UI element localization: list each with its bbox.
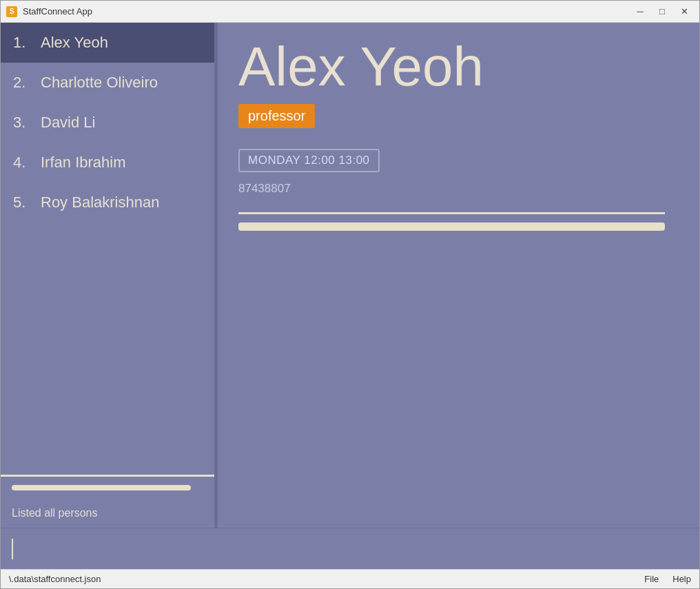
app-window: S StaffConnect App ─ □ ✕ 1. Alex Yeoh	[0, 0, 700, 589]
role-badge: professor	[238, 104, 315, 128]
status-filepath: \.data\staffconnect.json	[9, 574, 101, 584]
command-input-wrapper	[12, 539, 688, 559]
phone-text: 87438807	[238, 182, 679, 196]
list-panel: 1. Alex Yeoh 2. Charlotte Oliveiro 3. Da…	[1, 23, 218, 528]
close-button[interactable]: ✕	[675, 4, 694, 19]
maximize-button[interactable]: □	[652, 4, 672, 19]
person-list: 1. Alex Yeoh 2. Charlotte Oliveiro 3. Da…	[1, 23, 214, 475]
detail-panel: Alex Yeoh professor MONDAY 12:00 13:00 8…	[218, 23, 699, 528]
person-name-4: Irfan Ibrahim	[41, 154, 126, 172]
person-number-3: 3.	[13, 114, 32, 132]
menu-file[interactable]: File	[644, 574, 659, 584]
list-status: Listed all persons	[12, 502, 203, 519]
command-area	[1, 528, 699, 569]
person-item-1[interactable]: 1. Alex Yeoh	[1, 23, 214, 63]
detail-person-name: Alex Yeoh	[238, 37, 679, 97]
person-name-3: David Li	[41, 114, 95, 132]
person-number-1: 1.	[13, 34, 32, 52]
title-bar-controls: ─ □ ✕	[630, 4, 694, 19]
person-name-1: Alex Yeoh	[41, 34, 108, 52]
person-item-3[interactable]: 3. David Li	[1, 103, 214, 143]
detail-scrollbar[interactable]	[238, 223, 665, 231]
minimize-button[interactable]: ─	[630, 4, 650, 19]
person-number-2: 2.	[13, 74, 32, 92]
main-content: 1. Alex Yeoh 2. Charlotte Oliveiro 3. Da…	[1, 23, 699, 569]
person-item-5[interactable]: 5. Roy Balakrishnan	[1, 183, 214, 223]
person-item-4[interactable]: 4. Irfan Ibrahim	[1, 143, 214, 183]
title-bar: S StaffConnect App ─ □ ✕	[1, 1, 699, 23]
command-input[interactable]	[16, 541, 688, 556]
menu-help[interactable]: Help	[672, 574, 691, 584]
person-number-4: 4.	[13, 154, 32, 172]
status-bar-right: File Help	[644, 574, 691, 584]
schedule-badge: MONDAY 12:00 13:00	[238, 149, 380, 172]
command-cursor	[12, 539, 13, 559]
content-area: 1. Alex Yeoh 2. Charlotte Oliveiro 3. Da…	[1, 23, 699, 528]
person-number-5: 5.	[13, 194, 32, 211]
person-name-2: Charlotte Oliveiro	[41, 74, 158, 92]
title-bar-left: S StaffConnect App	[6, 6, 92, 17]
detail-divider	[238, 212, 665, 214]
app-icon: S	[6, 6, 17, 17]
person-name-5: Roy Balakrishnan	[41, 194, 159, 211]
person-item-2[interactable]: 2. Charlotte Oliveiro	[1, 63, 214, 103]
title-bar-title: StaffConnect App	[23, 6, 92, 17]
list-scrollbar[interactable]	[12, 485, 191, 490]
list-panel-bottom: Listed all persons	[1, 475, 214, 528]
status-bar: \.data\staffconnect.json File Help	[1, 569, 699, 588]
